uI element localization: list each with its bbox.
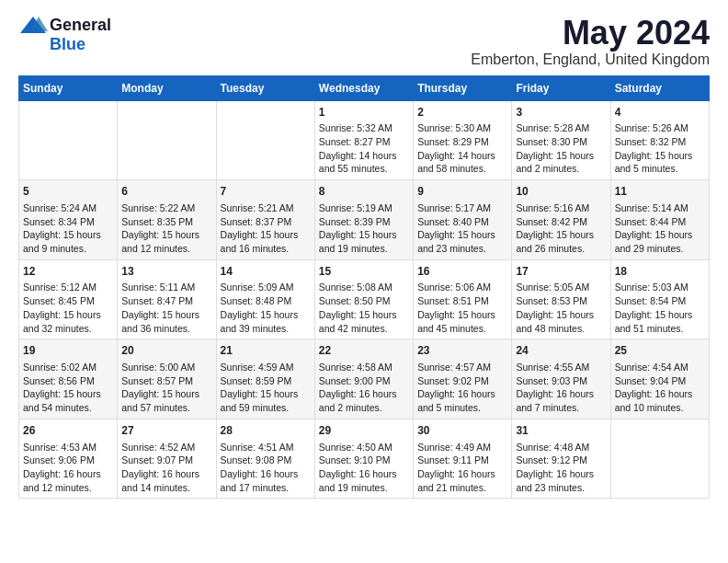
day-number: 30: [417, 423, 507, 439]
header-day: Tuesday: [216, 75, 314, 100]
calendar-cell: 21Sunrise: 4:59 AM Sunset: 8:59 PM Dayli…: [216, 339, 314, 419]
cell-content: Sunrise: 5:22 AM Sunset: 8:35 PM Dayligh…: [121, 201, 211, 256]
cell-content: Sunrise: 5:05 AM Sunset: 8:53 PM Dayligh…: [516, 281, 606, 335]
day-number: 19: [23, 343, 113, 359]
calendar-cell: 27Sunrise: 4:52 AM Sunset: 9:07 PM Dayli…: [118, 419, 216, 499]
cell-content: Sunrise: 5:06 AM Sunset: 8:51 PM Dayligh…: [417, 281, 507, 335]
calendar-week-row: 12Sunrise: 5:12 AM Sunset: 8:45 PM Dayli…: [19, 259, 710, 339]
calendar-week-row: 1Sunrise: 5:32 AM Sunset: 8:27 PM Daylig…: [19, 100, 710, 180]
header-row: SundayMondayTuesdayWednesdayThursdayFrid…: [19, 75, 710, 100]
day-number: 18: [615, 264, 705, 280]
day-number: 20: [121, 343, 211, 359]
calendar-header: SundayMondayTuesdayWednesdayThursdayFrid…: [19, 75, 710, 100]
calendar-cell: 13Sunrise: 5:11 AM Sunset: 8:47 PM Dayli…: [118, 259, 216, 339]
calendar-cell: 10Sunrise: 5:16 AM Sunset: 8:42 PM Dayli…: [512, 180, 610, 260]
calendar-cell: 15Sunrise: 5:08 AM Sunset: 8:50 PM Dayli…: [314, 259, 413, 339]
calendar-week-row: 19Sunrise: 5:02 AM Sunset: 8:56 PM Dayli…: [19, 339, 710, 419]
logo-blue: Blue: [50, 35, 85, 54]
day-number: 15: [319, 264, 409, 280]
cell-content: Sunrise: 5:26 AM Sunset: 8:32 PM Dayligh…: [615, 121, 705, 176]
cell-content: Sunrise: 5:19 AM Sunset: 8:39 PM Dayligh…: [319, 201, 409, 256]
calendar-cell: 8Sunrise: 5:19 AM Sunset: 8:39 PM Daylig…: [314, 180, 413, 260]
calendar-cell: 14Sunrise: 5:09 AM Sunset: 8:48 PM Dayli…: [216, 259, 314, 339]
cell-content: Sunrise: 5:11 AM Sunset: 8:47 PM Dayligh…: [121, 281, 211, 335]
calendar-cell: 16Sunrise: 5:06 AM Sunset: 8:51 PM Dayli…: [414, 259, 512, 339]
day-number: 21: [221, 343, 311, 359]
header-day: Wednesday: [314, 75, 413, 100]
logo-general: General: [50, 16, 111, 35]
calendar-cell: 1Sunrise: 5:32 AM Sunset: 8:27 PM Daylig…: [314, 100, 413, 180]
day-number: 5: [23, 184, 113, 200]
calendar-cell: [610, 419, 709, 499]
day-number: 7: [221, 184, 311, 200]
calendar-cell: 18Sunrise: 5:03 AM Sunset: 8:54 PM Dayli…: [610, 259, 709, 339]
day-number: 26: [23, 423, 113, 439]
calendar-cell: 5Sunrise: 5:24 AM Sunset: 8:34 PM Daylig…: [19, 180, 118, 260]
header-day: Monday: [118, 75, 216, 100]
day-number: 16: [417, 264, 507, 280]
calendar-cell: 30Sunrise: 4:49 AM Sunset: 9:11 PM Dayli…: [414, 419, 512, 499]
calendar-cell: 7Sunrise: 5:21 AM Sunset: 8:37 PM Daylig…: [216, 180, 314, 260]
cell-content: Sunrise: 4:55 AM Sunset: 9:03 PM Dayligh…: [516, 361, 606, 415]
cell-content: Sunrise: 4:54 AM Sunset: 9:04 PM Dayligh…: [615, 361, 705, 415]
calendar-cell: 25Sunrise: 4:54 AM Sunset: 9:04 PM Dayli…: [610, 339, 709, 419]
calendar-cell: 6Sunrise: 5:22 AM Sunset: 8:35 PM Daylig…: [118, 180, 216, 260]
calendar-cell: [19, 100, 118, 180]
cell-content: Sunrise: 5:03 AM Sunset: 8:54 PM Dayligh…: [615, 281, 705, 335]
day-number: 23: [417, 343, 507, 359]
cell-content: Sunrise: 5:21 AM Sunset: 8:37 PM Dayligh…: [221, 201, 311, 256]
header-day: Thursday: [414, 75, 512, 100]
calendar-week-row: 5Sunrise: 5:24 AM Sunset: 8:34 PM Daylig…: [19, 180, 710, 260]
day-number: 8: [319, 184, 409, 200]
cell-content: Sunrise: 4:59 AM Sunset: 8:59 PM Dayligh…: [221, 361, 311, 415]
day-number: 31: [516, 423, 606, 439]
calendar-cell: 17Sunrise: 5:05 AM Sunset: 8:53 PM Dayli…: [512, 259, 610, 339]
cell-content: Sunrise: 5:17 AM Sunset: 8:40 PM Dayligh…: [417, 201, 507, 256]
calendar-cell: [216, 100, 314, 180]
day-number: 9: [417, 184, 507, 200]
calendar-cell: 11Sunrise: 5:14 AM Sunset: 8:44 PM Dayli…: [610, 180, 709, 260]
calendar-cell: 19Sunrise: 5:02 AM Sunset: 8:56 PM Dayli…: [19, 339, 118, 419]
cell-content: Sunrise: 5:09 AM Sunset: 8:48 PM Dayligh…: [221, 281, 311, 335]
calendar-week-row: 26Sunrise: 4:53 AM Sunset: 9:06 PM Dayli…: [19, 419, 710, 499]
calendar-cell: [118, 100, 216, 180]
calendar-body: 1Sunrise: 5:32 AM Sunset: 8:27 PM Daylig…: [19, 100, 710, 499]
calendar-cell: 9Sunrise: 5:17 AM Sunset: 8:40 PM Daylig…: [414, 180, 512, 260]
calendar-cell: 20Sunrise: 5:00 AM Sunset: 8:57 PM Dayli…: [118, 339, 216, 419]
cell-content: Sunrise: 5:12 AM Sunset: 8:45 PM Dayligh…: [23, 281, 113, 335]
cell-content: Sunrise: 5:30 AM Sunset: 8:29 PM Dayligh…: [417, 121, 507, 176]
cell-content: Sunrise: 4:53 AM Sunset: 9:06 PM Dayligh…: [23, 441, 113, 495]
day-number: 6: [121, 184, 211, 200]
calendar-cell: 28Sunrise: 4:51 AM Sunset: 9:08 PM Dayli…: [216, 419, 314, 499]
day-number: 12: [23, 264, 113, 280]
calendar-cell: 4Sunrise: 5:26 AM Sunset: 8:32 PM Daylig…: [610, 100, 709, 180]
cell-content: Sunrise: 5:16 AM Sunset: 8:42 PM Dayligh…: [516, 201, 606, 256]
cell-content: Sunrise: 5:14 AM Sunset: 8:44 PM Dayligh…: [615, 201, 705, 256]
cell-content: Sunrise: 4:52 AM Sunset: 9:07 PM Dayligh…: [121, 441, 211, 495]
page-header: General Blue May 2024 Emberton, England,…: [18, 15, 710, 68]
header-day: Saturday: [610, 75, 709, 100]
day-number: 28: [221, 423, 311, 439]
logo-icon: [18, 15, 48, 35]
cell-content: Sunrise: 4:51 AM Sunset: 9:08 PM Dayligh…: [221, 441, 311, 495]
calendar-cell: 12Sunrise: 5:12 AM Sunset: 8:45 PM Dayli…: [19, 259, 118, 339]
day-number: 17: [516, 264, 606, 280]
day-number: 22: [319, 343, 409, 359]
title-block: May 2024 Emberton, England, United Kingd…: [471, 15, 710, 68]
day-number: 29: [319, 423, 409, 439]
calendar-cell: 2Sunrise: 5:30 AM Sunset: 8:29 PM Daylig…: [414, 100, 512, 180]
calendar-cell: 31Sunrise: 4:48 AM Sunset: 9:12 PM Dayli…: [512, 419, 610, 499]
header-day: Friday: [512, 75, 610, 100]
day-number: 2: [417, 105, 507, 121]
cell-content: Sunrise: 4:57 AM Sunset: 9:02 PM Dayligh…: [417, 361, 507, 415]
calendar-cell: 24Sunrise: 4:55 AM Sunset: 9:03 PM Dayli…: [512, 339, 610, 419]
cell-content: Sunrise: 4:50 AM Sunset: 9:10 PM Dayligh…: [319, 441, 409, 495]
calendar-cell: 29Sunrise: 4:50 AM Sunset: 9:10 PM Dayli…: [314, 419, 413, 499]
calendar-cell: 3Sunrise: 5:28 AM Sunset: 8:30 PM Daylig…: [512, 100, 610, 180]
day-number: 11: [615, 184, 705, 200]
calendar-cell: 23Sunrise: 4:57 AM Sunset: 9:02 PM Dayli…: [414, 339, 512, 419]
day-number: 10: [516, 184, 606, 200]
cell-content: Sunrise: 5:32 AM Sunset: 8:27 PM Dayligh…: [319, 121, 409, 176]
calendar-table: SundayMondayTuesdayWednesdayThursdayFrid…: [18, 75, 710, 500]
main-title: May 2024: [471, 15, 710, 52]
